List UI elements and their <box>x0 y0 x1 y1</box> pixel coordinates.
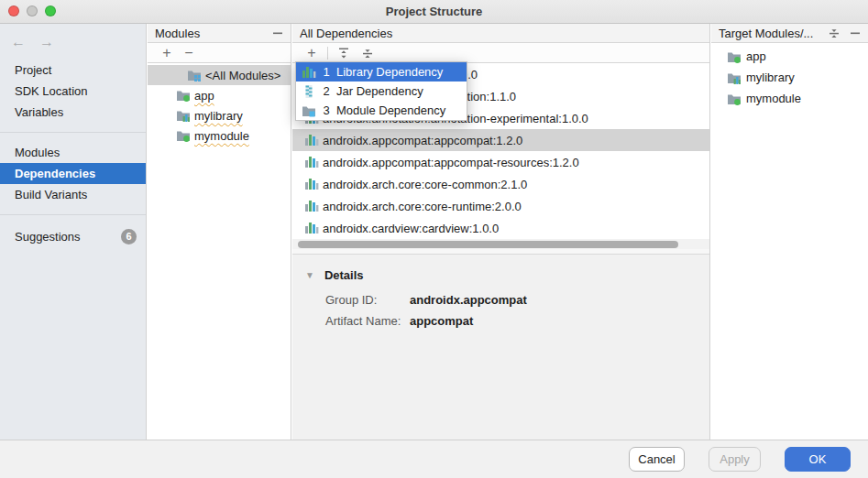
dependency-label: androidx.appcompat:appcompat:1.2.0 <box>323 134 522 147</box>
dependency-row[interactable]: androidx.arch.core:core-common:2.1.0 <box>292 173 709 195</box>
library-icon <box>304 221 319 235</box>
modules-panel-title: Modules <box>155 27 263 40</box>
menu-item-jar-dependency[interactable]: 2 Jar Dependency <box>296 81 467 101</box>
menu-item-mnemonic: 1 <box>323 65 330 79</box>
dependency-row[interactable]: androidx.arch.core:core-runtime:2.0.0 <box>292 195 709 217</box>
library-folder-icon <box>727 71 742 85</box>
artifact-name-label: Artifact Name: <box>325 314 410 328</box>
group-id-value: androidx.appcompat <box>410 293 527 307</box>
close-window-button[interactable] <box>8 5 19 16</box>
sidebar-divider <box>0 132 146 133</box>
hide-panel-icon[interactable] <box>272 27 283 38</box>
target-panel-title: Target Modules/... <box>719 27 819 40</box>
dependency-label: androidx.cardview:cardview:1.0.0 <box>323 222 499 235</box>
collapse-all-icon[interactable] <box>828 27 841 39</box>
suggestions-label: Suggestions <box>15 226 81 247</box>
module-row-mylibrary[interactable]: mylibrary <box>148 105 291 125</box>
suggestions-count-badge: 6 <box>121 229 137 244</box>
library-icon <box>304 133 319 147</box>
scrollbar-thumb[interactable] <box>298 241 678 248</box>
module-row-all-modules[interactable]: <All Modules> <box>148 65 291 85</box>
dependency-label: androidx.arch.core:core-common:2.1.0 <box>323 178 527 191</box>
module-label: mymodule <box>194 129 249 143</box>
target-modules-panel: Target Modules/... app <box>711 24 868 440</box>
module-row-app[interactable]: app <box>148 85 291 105</box>
dialog-title: Project Structure <box>386 5 482 18</box>
menu-item-label: Jar Dependency <box>336 84 423 98</box>
menu-item-label: Library Dependency <box>336 65 443 79</box>
dependency-label: androidx.arch.core:core-runtime:2.0.0 <box>323 200 522 213</box>
dependencies-panel-title: All Dependencies <box>300 27 702 40</box>
library-icon <box>302 65 316 80</box>
cancel-button[interactable]: Cancel <box>629 447 685 472</box>
library-folder-icon <box>176 108 191 123</box>
apply-button[interactable]: Apply <box>709 447 761 472</box>
add-dependency-button[interactable]: + <box>303 45 320 61</box>
jar-icon <box>302 84 316 99</box>
modules-tree: <All Modules> app mylibrary <box>148 63 291 146</box>
module-row-mymodule[interactable]: mymodule <box>148 125 291 146</box>
hide-panel-icon[interactable] <box>850 27 861 38</box>
back-arrow-icon[interactable]: ← <box>11 34 26 50</box>
menu-item-mnemonic: 3 <box>323 103 330 117</box>
add-module-button[interactable]: + <box>159 45 175 61</box>
sidebar-item-project[interactable]: Project <box>0 60 146 81</box>
project-structure-dialog: Project Structure ← → Project SDK Locati… <box>0 0 868 478</box>
remove-module-button[interactable]: − <box>181 45 197 61</box>
sidebar-item-suggestions[interactable]: Suggestions 6 <box>0 226 146 247</box>
all-modules-icon <box>187 68 202 82</box>
forward-arrow-icon[interactable]: → <box>39 34 54 50</box>
minimize-window-button[interactable] <box>27 5 38 16</box>
sidebar-divider <box>0 214 146 215</box>
menu-item-label: Module Dependency <box>336 103 445 117</box>
sidebar-item-variables[interactable]: Variables <box>0 102 146 123</box>
module-label: <All Modules> <box>205 69 280 82</box>
dependency-row-selected[interactable]: androidx.appcompat:appcompat:1.2.0 <box>292 129 709 151</box>
details-divider <box>292 249 709 255</box>
details-section: ▼ Details Group ID: androidx.appcompat A… <box>292 268 709 328</box>
library-icon <box>304 155 319 169</box>
expand-all-icon[interactable] <box>335 45 352 61</box>
target-module-label: mymodule <box>746 92 801 105</box>
target-modules-list: app mylibrary mymodule <box>711 43 868 109</box>
target-module-label: app <box>746 49 766 63</box>
artifact-name-value: appcompat <box>410 314 473 328</box>
toolbar-divider <box>327 47 328 60</box>
ok-button[interactable]: OK <box>785 447 851 472</box>
sidebar-item-dependencies[interactable]: Dependencies <box>0 163 146 184</box>
sidebar-item-build-variants[interactable]: Build Variants <box>0 184 146 205</box>
target-row-app[interactable]: app <box>711 46 868 67</box>
menu-item-module-dependency[interactable]: 3 Module Dependency <box>296 101 467 120</box>
module-folder-icon <box>176 88 191 103</box>
detail-row-artifact-name: Artifact Name: appcompat <box>305 314 709 328</box>
library-icon <box>304 199 319 213</box>
titlebar: Project Structure <box>0 0 868 24</box>
sidebar: ← → Project SDK Location Variables Modul… <box>0 24 147 440</box>
library-icon <box>304 177 319 191</box>
zoom-window-button[interactable] <box>45 5 56 16</box>
module-label: mylibrary <box>194 109 243 123</box>
target-row-mymodule[interactable]: mymodule <box>711 88 868 109</box>
group-id-label: Group ID: <box>325 293 410 307</box>
dependency-label: androidx.appcompat:appcompat-resources:1… <box>323 156 579 169</box>
details-title: Details <box>324 268 364 282</box>
traffic-lights <box>8 5 56 16</box>
module-folder-icon <box>176 128 191 143</box>
menu-item-mnemonic: 2 <box>323 84 330 98</box>
dialog-footer: Cancel Apply OK <box>0 440 868 478</box>
modules-panel: Modules + − <All Modules> <box>148 24 291 440</box>
collapse-all-icon[interactable] <box>359 45 376 61</box>
target-module-label: mylibrary <box>746 71 795 84</box>
module-folder-icon <box>727 49 742 64</box>
module-label: app <box>194 89 214 103</box>
target-row-mylibrary[interactable]: mylibrary <box>711 67 868 88</box>
sidebar-item-modules[interactable]: Modules <box>0 142 146 163</box>
add-dependency-menu: 1 Library Dependency 2 Jar Dependency 3 … <box>295 61 467 121</box>
dependency-row[interactable]: androidx.cardview:cardview:1.0.0 <box>292 217 709 239</box>
sidebar-item-sdk-location[interactable]: SDK Location <box>0 81 146 102</box>
collapse-details-icon[interactable]: ▼ <box>305 270 314 280</box>
menu-item-library-dependency[interactable]: 1 Library Dependency <box>296 62 467 81</box>
dependency-row[interactable]: androidx.appcompat:appcompat-resources:1… <box>292 151 709 173</box>
horizontal-scrollbar <box>292 239 709 249</box>
detail-row-group-id: Group ID: androidx.appcompat <box>305 293 709 307</box>
